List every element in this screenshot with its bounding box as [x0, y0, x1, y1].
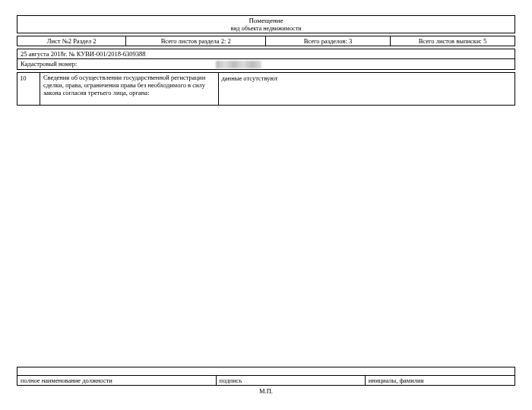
signature-sign: подпись	[217, 376, 366, 385]
data-row-10: 10 Сведения об осуществлении государстве…	[17, 72, 515, 106]
total-sheets-section: Всего листов раздела 2: 2	[126, 36, 266, 46]
total-sections: Всего разделов: 3	[266, 36, 391, 46]
cadastral-value	[213, 59, 515, 69]
signature-labels: полное наименование должности подпись ин…	[17, 376, 515, 386]
row-number: 10	[17, 73, 40, 105]
total-sheets-extract: Всего листов выписки: 5	[391, 36, 515, 46]
cadastral-row: Кадастровый номер:	[17, 59, 515, 70]
signature-position: полное наименование должности	[17, 376, 217, 385]
signature-initials: инициалы, фамилия	[366, 376, 515, 385]
title-main: Помещение	[17, 17, 515, 25]
document-header: Помещение вид объекта недвижимости	[17, 15, 515, 33]
reference-date-number: 25 августа 2018г. № КУВИ-001/2018-630938…	[17, 49, 515, 59]
redacted-value	[216, 61, 261, 68]
cadastral-label: Кадастровый номер:	[17, 59, 213, 69]
stamp-label: М.П.	[17, 387, 515, 395]
sheet-info: Лист №2 Раздел 2	[17, 36, 126, 46]
signature-spacer	[17, 367, 515, 376]
signature-block: полное наименование должности подпись ин…	[17, 367, 515, 395]
meta-row: Лист №2 Раздел 2 Всего листов раздела 2:…	[17, 36, 515, 46]
title-subtitle: вид объекта недвижимости	[17, 25, 515, 33]
row-description: Сведения об осуществлении государственно…	[40, 73, 219, 105]
row-value: данные отсутствуют	[219, 73, 515, 105]
